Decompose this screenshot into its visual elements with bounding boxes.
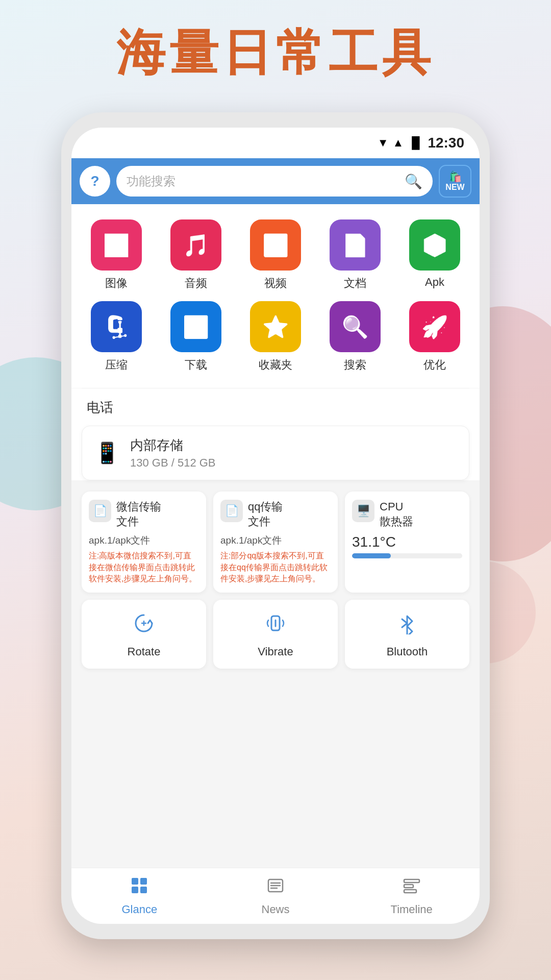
rotate-icon xyxy=(133,612,155,639)
cpu-card-icon: 🖥️ xyxy=(352,500,374,522)
icons-row-2: 🗜️ 压缩 ⬇️ 下载 ⭐ 收藏夹 🔍 搜索 🚀 优化 xyxy=(77,296,474,378)
status-bar: ▼ ▲ ▐▌ 12:30 xyxy=(71,128,480,158)
glance-label: Glance xyxy=(121,903,157,916)
svg-rect-3 xyxy=(140,878,147,885)
search-bar[interactable]: 功能搜索 🔍 xyxy=(116,166,433,197)
phone-frame: ▼ ▲ ▐▌ 12:30 ? 功能搜索 🔍 🛍️ NEW xyxy=(61,112,490,939)
icon-item-压缩[interactable]: 🗜️ 压缩 xyxy=(83,301,149,373)
音频-icon: 🎵 xyxy=(183,233,209,258)
main-content: 🖼️ 图像 🎵 音频 ▶️ 视频 📄 文档 📦 Apk xyxy=(71,204,480,868)
tool-cards-row: 📄 微信传输文件 apk.1/apk文件 注:高版本微信搜索不到,可直接在微信传… xyxy=(71,484,480,600)
icon-box-音频: 🎵 xyxy=(170,219,221,271)
icon-item-视频[interactable]: ▶️ 视频 xyxy=(242,219,309,291)
优化-icon: 🚀 xyxy=(421,314,448,339)
qq-card-note: 注:部分qq版本搜索不到,可直接在qq传输界面点击跳转此软件安装,步骤见左上角问… xyxy=(220,550,331,584)
图像-label: 图像 xyxy=(105,276,128,291)
icon-box-Apk: 📦 xyxy=(409,219,460,271)
icon-box-文档: 📄 xyxy=(330,219,381,271)
qq-card-header: 📄 qq传输文件 xyxy=(220,500,331,529)
下载-icon: ⬇️ xyxy=(183,314,209,339)
视频-icon: ▶️ xyxy=(262,233,289,258)
cpu-cooler-card[interactable]: 🖥️ CPU散热器 31.1°C xyxy=(345,492,469,593)
status-time: 12:30 xyxy=(428,135,464,151)
压缩-icon: 🗜️ xyxy=(103,314,130,339)
收藏夹-icon: ⭐ xyxy=(262,314,289,339)
new-badge-bag-icon: 🛍️ xyxy=(449,170,462,183)
wechat-card-title: 微信传输文件 xyxy=(116,500,161,529)
bluetooth-label: Blutooth xyxy=(387,645,428,658)
help-button[interactable]: ? xyxy=(80,166,110,197)
wechat-transfer-card[interactable]: 📄 微信传输文件 apk.1/apk文件 注:高版本微信搜索不到,可直接在微信传… xyxy=(82,492,206,593)
Apk-label: Apk xyxy=(425,276,444,289)
timeline-label: Timeline xyxy=(391,903,433,916)
qq-transfer-card[interactable]: 📄 qq传输文件 apk.1/apk文件 注:部分qq版本搜索不到,可直接在qq… xyxy=(213,492,338,593)
wechat-card-sub: apk.1/apk文件 xyxy=(89,534,199,547)
icon-box-收藏夹: ⭐ xyxy=(250,301,301,352)
qq-card-sub: apk.1/apk文件 xyxy=(220,534,331,547)
glance-icon xyxy=(130,876,149,900)
phone-screen: ▼ ▲ ▐▌ 12:30 ? 功能搜索 🔍 🛍️ NEW xyxy=(71,128,480,924)
nav-glance[interactable]: Glance xyxy=(71,871,208,921)
qq-card-title: qq传输文件 xyxy=(248,500,283,529)
phone-section: 电话 📱 内部存储 130 GB / 512 GB xyxy=(71,388,480,480)
下载-label: 下载 xyxy=(185,357,207,373)
new-badge-label: NEW xyxy=(445,183,464,192)
signal-icon: ▲ xyxy=(392,136,404,150)
优化-label: 优化 xyxy=(423,357,446,373)
icon-item-下载[interactable]: ⬇️ 下载 xyxy=(163,301,229,373)
nav-timeline[interactable]: Timeline xyxy=(343,871,480,921)
icon-item-Apk[interactable]: 📦 Apk xyxy=(402,219,468,291)
icon-item-图像[interactable]: 🖼️ 图像 xyxy=(83,219,149,291)
文档-icon: 📄 xyxy=(342,233,368,258)
cpu-bar-bg xyxy=(352,553,462,558)
cpu-card-header: 🖥️ CPU散热器 xyxy=(352,500,462,529)
svg-rect-2 xyxy=(132,878,138,885)
icon-box-图像: 🖼️ xyxy=(91,219,142,271)
timeline-icon xyxy=(402,876,421,900)
phone-section-label: 电话 xyxy=(71,388,480,422)
搜索-label: 搜索 xyxy=(344,357,366,373)
bottom-tools-row: Rotate Vibrate xyxy=(71,600,480,674)
storage-card[interactable]: 📱 内部存储 130 GB / 512 GB xyxy=(82,426,469,480)
icons-row-1: 🖼️ 图像 🎵 音频 ▶️ 视频 📄 文档 📦 Apk xyxy=(77,214,474,296)
icon-item-优化[interactable]: 🚀 优化 xyxy=(402,301,468,373)
search-icon[interactable]: 🔍 xyxy=(405,173,422,190)
Apk-icon: 📦 xyxy=(421,233,448,258)
new-badge-button[interactable]: 🛍️ NEW xyxy=(439,165,471,198)
icons-section: 🖼️ 图像 🎵 音频 ▶️ 视频 📄 文档 📦 Apk xyxy=(71,204,480,388)
音频-label: 音频 xyxy=(185,276,207,291)
search-placeholder: 功能搜索 xyxy=(127,173,399,189)
battery-icon: ▐▌ xyxy=(408,136,423,150)
收藏夹-label: 收藏夹 xyxy=(259,357,292,373)
news-label: News xyxy=(262,903,290,916)
图像-icon: 🖼️ xyxy=(103,233,130,258)
文档-label: 文档 xyxy=(344,276,366,291)
搜索-icon: 🔍 xyxy=(342,314,368,339)
storage-title: 内部存储 xyxy=(130,436,216,454)
cpu-temp: 31.1°C xyxy=(352,534,462,550)
icon-item-搜索[interactable]: 🔍 搜索 xyxy=(322,301,388,373)
news-icon xyxy=(266,876,285,900)
icon-box-优化: 🚀 xyxy=(409,301,460,352)
bottom-nav: Glance News xyxy=(71,868,480,924)
svg-rect-10 xyxy=(404,879,419,883)
bluetooth-card[interactable]: Blutooth xyxy=(345,600,469,669)
icon-item-音频[interactable]: 🎵 音频 xyxy=(163,219,229,291)
svg-rect-11 xyxy=(404,885,413,888)
icon-item-收藏夹[interactable]: ⭐ 收藏夹 xyxy=(242,301,309,373)
wifi-icon: ▼ xyxy=(378,136,389,150)
qq-card-icon: 📄 xyxy=(220,500,243,522)
视频-label: 视频 xyxy=(264,276,287,291)
icon-box-搜索: 🔍 xyxy=(330,301,381,352)
nav-news[interactable]: News xyxy=(208,871,344,921)
rotate-card[interactable]: Rotate xyxy=(82,600,206,669)
storage-icon: 📱 xyxy=(94,441,120,465)
svg-rect-5 xyxy=(140,887,147,893)
vibrate-icon xyxy=(264,612,287,639)
vibrate-card[interactable]: Vibrate xyxy=(213,600,338,669)
icon-box-下载: ⬇️ xyxy=(170,301,221,352)
bluetooth-icon xyxy=(396,612,418,639)
压缩-label: 压缩 xyxy=(105,357,128,373)
wechat-card-icon: 📄 xyxy=(89,500,111,522)
icon-item-文档[interactable]: 📄 文档 xyxy=(322,219,388,291)
